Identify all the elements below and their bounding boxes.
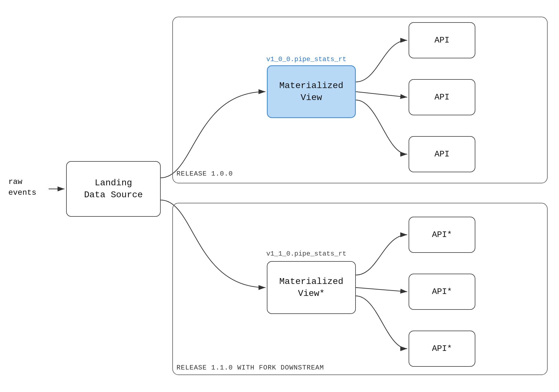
release-100-label: RELEASE 1.0.0 bbox=[177, 170, 233, 178]
api2-110-label: API* bbox=[432, 287, 452, 296]
landing-datasource-node: Landing Data Source bbox=[66, 161, 161, 217]
mv-100-label: Materialized View bbox=[279, 80, 343, 104]
api3-110-node: API* bbox=[409, 331, 475, 367]
api3-110-label: API* bbox=[432, 344, 452, 353]
release-110-box bbox=[172, 203, 548, 375]
mv110-pipe-label: v1_1_0.pipe_stats_rt bbox=[266, 250, 346, 258]
materialized-view-110-node: Materialized View* bbox=[267, 261, 356, 314]
api1-110-node: API* bbox=[409, 217, 475, 253]
api1-100-node: API bbox=[409, 22, 475, 58]
landing-ds-label: Landing Data Source bbox=[84, 177, 143, 201]
release-100-box bbox=[172, 17, 548, 183]
api1-110-label: API* bbox=[432, 230, 452, 239]
api2-100-node: API bbox=[409, 79, 475, 115]
api2-110-node: API* bbox=[409, 274, 475, 310]
diagram: raw events Landing Data Source RELEASE 1… bbox=[0, 0, 559, 392]
api3-100-label: API bbox=[434, 149, 449, 159]
mv-110-label: Materialized View* bbox=[279, 276, 343, 299]
release-110-label: RELEASE 1.1.0 WITH FORK DOWNSTREAM bbox=[177, 364, 324, 371]
api1-100-label: API bbox=[434, 36, 449, 45]
api3-100-node: API bbox=[409, 136, 475, 172]
mv100-pipe-label: v1_0_0.pipe_stats_rt bbox=[266, 56, 346, 63]
api2-100-label: API bbox=[434, 93, 449, 102]
materialized-view-100-node: Materialized View bbox=[267, 65, 356, 118]
raw-events-label: raw events bbox=[8, 176, 36, 198]
